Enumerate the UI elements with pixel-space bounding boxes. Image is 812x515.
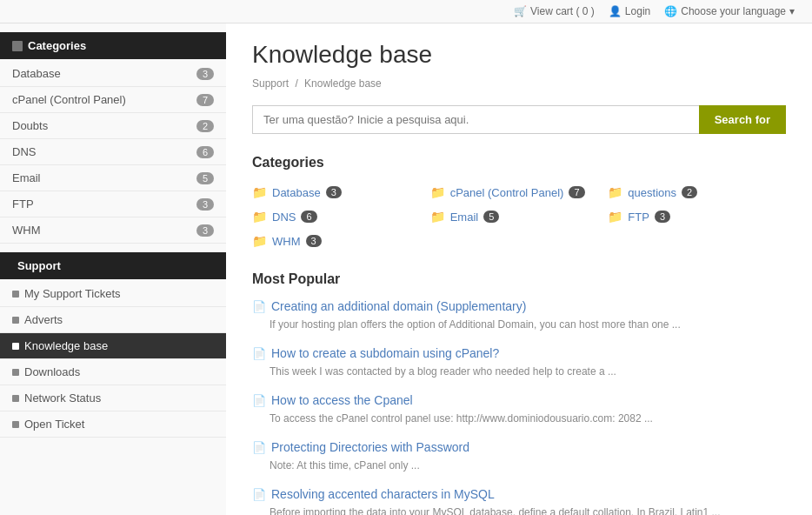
main-cat-badge: 2 [682,186,697,198]
articles-list: 📄 Creating an additional domain (Supplem… [252,299,786,515]
article-title-text: How to access the Cpanel [271,393,413,407]
main-cat-badge: 3 [655,211,670,223]
sidebar-cat-item[interactable]: WHM 3 [0,217,226,244]
breadcrumb-support[interactable]: Support [252,77,289,90]
language-label[interactable]: Choose your language [681,5,786,17]
page-title: Knowledge base [252,41,786,69]
sidebar-cat-badge: 3 [196,198,214,211]
nav-square-icon [12,395,19,402]
folder-icon: 📁 [252,234,267,248]
article-title-link[interactable]: 📄 Resolving accented characters in MySQL [252,487,786,501]
sidebar-cat-name: Doubts [12,119,48,132]
login-link[interactable]: 👤 Login [609,5,650,17]
sidebar-nav-label: My Support Tickets [24,287,121,300]
sidebar-cat-name: DNS [12,145,36,158]
sidebar-cat-badge: 5 [196,172,214,184]
main-category-item[interactable]: 📁 FTP 3 [608,207,786,226]
article-title-link[interactable]: 📄 How to access the Cpanel [252,393,786,407]
login-label[interactable]: Login [625,5,650,17]
sidebar-cat-item[interactable]: FTP 3 [0,191,226,217]
article-item: 📄 How to create a subdomain using cPanel… [252,346,786,379]
main-cat-name: Email [450,211,479,224]
sidebar-nav-item[interactable]: Adverts [0,307,226,333]
cart-link[interactable]: 🛒 View cart ( 0 ) [514,5,595,17]
nav-square-icon [12,317,19,324]
sidebar-nav-label: Adverts [24,313,63,326]
article-item: 📄 Protecting Directories with Password N… [252,440,786,473]
sidebar-cat-item[interactable]: DNS 6 [0,139,226,165]
search-input[interactable] [252,105,699,134]
breadcrumb-knowledge-base[interactable]: Knowledge base [304,77,382,90]
layout: Categories Database 3cPanel (Control Pan… [0,23,812,515]
sidebar: Categories Database 3cPanel (Control Pan… [0,23,226,515]
sidebar-nav-list: My Support Tickets Adverts Knowledge bas… [0,281,226,438]
search-button[interactable]: Search for [699,105,786,134]
article-excerpt: This week I was contacted by a blog read… [270,364,786,379]
sidebar-nav-item[interactable]: Downloads [0,359,226,385]
flag-icon: 🌐 [664,5,677,17]
main-cat-name: WHM [272,235,301,248]
support-header: Support [0,252,226,279]
article-title-link[interactable]: 📄 How to create a subdomain using cPanel… [252,346,786,360]
main-category-item[interactable]: 📁 questions 2 [608,183,786,202]
main-category-item[interactable]: 📁 WHM 3 [252,231,430,251]
breadcrumb: Support / Knowledge base [252,77,786,90]
folder-icon: 📁 [252,185,267,199]
sidebar-cat-name: Email [12,171,41,184]
document-icon: 📄 [252,441,266,454]
sidebar-cat-item[interactable]: cPanel (Control Panel) 7 [0,87,226,113]
sidebar-cat-name: Database [12,67,61,80]
main-cat-badge: 7 [569,186,584,198]
main-cat-badge: 3 [326,186,342,198]
user-icon: 👤 [609,5,622,17]
folder-icon: 📁 [252,210,267,224]
article-title-text: Resolving accented characters in MySQL [271,487,495,501]
main-category-item[interactable]: 📁 Email 5 [430,207,609,226]
breadcrumb-separator: / [295,77,297,90]
main-cat-name: FTP [628,211,649,224]
main-category-item[interactable]: 📁 cPanel (Control Panel) 7 [430,183,609,202]
chevron-down-icon: ▾ [789,5,795,17]
cart-label[interactable]: View cart ( 0 ) [530,5,595,17]
article-title-text: How to create a subdomain using cPanel? [271,346,499,360]
main-category-item[interactable]: 📁 DNS 6 [252,207,430,226]
article-title-link[interactable]: 📄 Protecting Directories with Password [252,440,786,454]
search-bar: Search for [252,105,786,134]
main-cat-name: cPanel (Control Panel) [450,186,564,199]
sidebar-nav-item[interactable]: My Support Tickets [0,281,226,307]
topbar: 🛒 View cart ( 0 ) 👤 Login 🌐 Choose your … [0,0,812,23]
categories-grid: 📁 Database 3📁 cPanel (Control Panel) 7📁 … [252,183,786,251]
folder-icon: 📁 [430,185,445,199]
language-selector[interactable]: 🌐 Choose your language ▾ [664,5,795,17]
most-popular-title: Most Popular [252,271,786,287]
sidebar-cat-badge: 6 [196,146,214,158]
sidebar-nav-item[interactable]: Open Ticket [0,411,226,438]
main-cat-name: questions [628,186,676,199]
article-item: 📄 Creating an additional domain (Supplem… [252,299,786,332]
sidebar-cat-badge: 7 [196,94,214,106]
categories-square-icon [12,41,23,51]
categories-header: Categories [0,32,226,59]
sidebar-nav-item[interactable]: Knowledge base [0,333,226,359]
sidebar-cat-name: cPanel (Control Panel) [12,93,126,106]
sidebar-cat-badge: 3 [196,224,214,237]
document-icon: 📄 [252,394,266,407]
sidebar-cat-name: FTP [12,197,34,211]
nav-square-icon [12,343,19,350]
article-title-text: Creating an additional domain (Supplemen… [271,299,526,313]
folder-icon: 📁 [430,210,445,224]
main-category-item[interactable]: 📁 Database 3 [252,183,430,202]
sidebar-nav-item[interactable]: Network Status [0,385,226,411]
nav-square-icon [12,369,19,376]
sidebar-nav-label: Open Ticket [24,418,84,431]
article-title-link[interactable]: 📄 Creating an additional domain (Supplem… [252,299,786,313]
sidebar-cat-item[interactable]: Email 5 [0,165,226,191]
cart-icon: 🛒 [514,5,527,17]
folder-icon: 📁 [608,185,622,199]
sidebar-cat-item[interactable]: Database 3 [0,61,226,87]
main-cat-badge: 5 [483,211,499,223]
document-icon: 📄 [252,300,266,313]
sidebar-cat-badge: 3 [196,68,214,80]
sidebar-cat-item[interactable]: Doubts 2 [0,113,226,139]
article-title-text: Protecting Directories with Password [271,440,469,454]
